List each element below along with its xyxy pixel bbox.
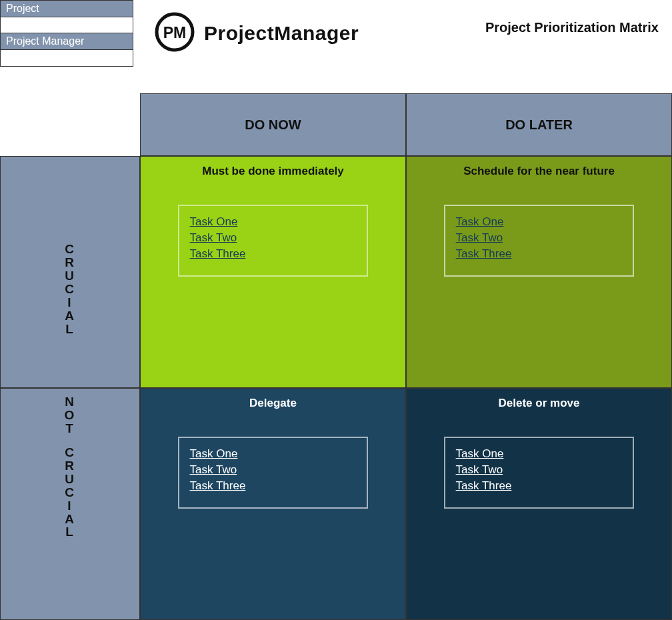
- brand-name: ProjectManager: [204, 22, 359, 45]
- quadrant-label: Delegate: [249, 397, 297, 410]
- project-value-field[interactable]: [1, 17, 133, 33]
- row-header-not-crucial: NOT CRUCIAL: [0, 388, 140, 620]
- task-link[interactable]: Task Three: [190, 247, 357, 261]
- quadrant-do-later-not-crucial: Delete or move Task One Task Two Task Th…: [406, 388, 672, 620]
- brand-logo-icon: PM: [155, 12, 195, 55]
- column-header-do-later: DO LATER: [406, 93, 672, 156]
- task-box: Task One Task Two Task Three: [444, 205, 635, 277]
- page-title: Project Prioritization Matrix: [485, 20, 659, 35]
- task-link[interactable]: Task One: [456, 447, 623, 461]
- task-link[interactable]: Task One: [190, 215, 357, 229]
- prioritization-matrix: DO NOW DO LATER CRUCIAL Must be done imm…: [0, 93, 672, 620]
- column-header-do-now: DO NOW: [140, 93, 406, 156]
- brand: PM ProjectManager: [155, 12, 359, 55]
- quadrant-label: Schedule for the near future: [463, 165, 615, 178]
- quadrant-do-now-not-crucial: Delegate Task One Task Two Task Three: [140, 388, 406, 620]
- task-box: Task One Task Two Task Three: [444, 437, 635, 509]
- task-link[interactable]: Task Three: [456, 479, 623, 493]
- info-box: Project Project Manager: [0, 0, 133, 67]
- manager-value-field[interactable]: [1, 50, 133, 66]
- task-box: Task One Task Two Task Three: [178, 205, 369, 277]
- task-link[interactable]: Task Three: [190, 479, 357, 493]
- task-link[interactable]: Task Two: [456, 231, 623, 245]
- task-link[interactable]: Task Two: [190, 463, 357, 477]
- svg-text:PM: PM: [163, 24, 187, 41]
- quadrant-label: Must be done immediately: [202, 165, 344, 178]
- row-header-crucial: CRUCIAL: [0, 156, 140, 388]
- task-link[interactable]: Task Three: [456, 247, 623, 261]
- quadrant-do-now-crucial: Must be done immediately Task One Task T…: [140, 156, 406, 388]
- quadrant-do-later-crucial: Schedule for the near future Task One Ta…: [406, 156, 672, 388]
- task-link[interactable]: Task Two: [456, 463, 623, 477]
- task-link[interactable]: Task One: [456, 215, 623, 229]
- quadrant-label: Delete or move: [499, 397, 580, 410]
- project-label: Project: [1, 1, 133, 17]
- task-link[interactable]: Task Two: [190, 231, 357, 245]
- manager-label: Project Manager: [1, 33, 133, 50]
- task-link[interactable]: Task One: [190, 447, 357, 461]
- blank-corner: [0, 93, 140, 156]
- task-box: Task One Task Two Task Three: [178, 437, 369, 509]
